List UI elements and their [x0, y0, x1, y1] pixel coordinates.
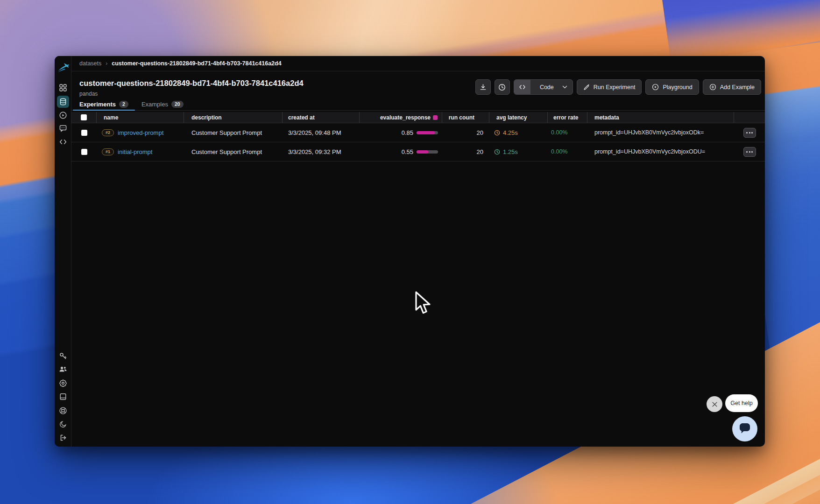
users-icon[interactable] — [59, 366, 67, 373]
version-badge: #1 — [102, 148, 114, 155]
table-header-row: name description created at evaluate_res… — [71, 112, 765, 123]
playground-button[interactable]: Playground — [645, 79, 699, 95]
select-all-checkbox-cell — [71, 112, 97, 123]
cell-evaluate-response: 0.55 — [360, 142, 442, 161]
col-evaluate-response-label: evaluate_response — [380, 114, 431, 121]
col-error-rate[interactable]: error rate — [548, 112, 587, 123]
cell-evaluate-response: 0.85 — [360, 123, 442, 142]
playground-label: Playground — [663, 84, 692, 91]
chat-bubble-icon — [737, 421, 753, 436]
col-run-count[interactable]: run count — [442, 112, 489, 123]
feedback-pink-icon — [433, 115, 438, 120]
chevron-down-icon — [562, 85, 573, 89]
version-badge: #2 — [102, 129, 114, 136]
pencil-icon — [583, 84, 590, 91]
app-window: datasets › customer-questions-21802849-b… — [55, 56, 765, 447]
tab-examples-count: 20 — [171, 101, 184, 108]
breadcrumb-current: customer-questions-21802849-bd71-4bf4-b7… — [112, 60, 281, 67]
breadcrumb-separator-icon: › — [106, 60, 107, 67]
code-dropdown-label: Code — [534, 84, 558, 91]
play-circle-icon — [652, 84, 659, 91]
settings-flower-icon[interactable] — [59, 379, 67, 387]
cell-run-count: 20 — [442, 123, 489, 142]
cell-metadata: prompt_id=UHJvbXB0VmVyc2lvbjoxODk= — [587, 123, 734, 142]
row-actions-button[interactable] — [743, 128, 756, 138]
logout-icon[interactable] — [59, 434, 67, 441]
datasets-database-icon[interactable] — [59, 98, 67, 105]
col-evaluate-response[interactable]: evaluate_response — [360, 112, 442, 123]
cell-created-at: 3/3/2025, 09:32 PM — [283, 142, 360, 161]
row-actions-button[interactable] — [743, 147, 756, 157]
latency-value: 4.25s — [503, 129, 518, 136]
header-actions: Code Run Experiment Playground — [475, 79, 761, 95]
experiment-link[interactable]: improved-prompt — [118, 129, 163, 136]
main-content: datasets › customer-questions-21802849-b… — [71, 56, 765, 447]
tab-examples[interactable]: Examples 20 — [135, 98, 190, 110]
code-brackets-icon — [514, 80, 530, 94]
cell-run-count: 20 — [442, 142, 489, 161]
dismiss-help-button[interactable] — [707, 396, 722, 412]
add-example-label: Add Example — [720, 84, 755, 91]
plus-circle-icon — [709, 84, 716, 91]
cell-error-rate: 0.00% — [548, 142, 587, 161]
table-row: #1initial-prompt Customer Support Prompt… — [71, 142, 765, 161]
sidebar — [55, 56, 71, 447]
col-avg-latency[interactable]: avg latency — [489, 112, 548, 123]
mouse-cursor — [415, 291, 431, 315]
history-button[interactable] — [495, 79, 510, 95]
page-subtitle: pandas — [79, 91, 98, 97]
runs-play-circle-icon[interactable] — [59, 112, 67, 119]
breadcrumb-datasets[interactable]: datasets — [79, 60, 101, 67]
cell-error-rate: 0.00% — [548, 123, 587, 142]
close-icon — [712, 401, 718, 407]
langsmith-logo-icon[interactable] — [57, 62, 70, 74]
experiment-link[interactable]: initial-prompt — [118, 148, 152, 155]
col-created-at[interactable]: created at — [283, 112, 360, 123]
tab-examples-label: Examples — [141, 101, 168, 108]
col-actions — [734, 112, 765, 123]
code-dropdown[interactable]: Code — [514, 79, 573, 95]
table-row: #2improved-prompt Customer Support Promp… — [71, 123, 765, 142]
apps-grid-icon[interactable] — [59, 84, 67, 92]
code-icon[interactable] — [59, 139, 67, 146]
run-experiment-button[interactable]: Run Experiment — [577, 79, 642, 95]
row-checkbox[interactable] — [81, 149, 87, 155]
tab-experiments-count: 2 — [119, 101, 128, 108]
row-checkbox[interactable] — [81, 130, 87, 136]
download-button[interactable] — [475, 79, 491, 95]
desktop: datasets › customer-questions-21802849-b… — [0, 0, 820, 504]
col-name[interactable]: name — [97, 112, 184, 123]
tab-bar: Experiments 2 Examples 20 — [71, 98, 765, 111]
support-lifebuoy-icon[interactable] — [59, 407, 67, 415]
dark-mode-moon-icon[interactable] — [59, 420, 67, 428]
evaluate-bar — [417, 131, 438, 134]
key-icon[interactable] — [59, 352, 67, 360]
latency-value: 1.25s — [503, 148, 518, 155]
col-description[interactable]: description — [184, 112, 283, 123]
col-metadata[interactable]: metadata — [587, 112, 734, 123]
annotations-chat-icon[interactable] — [59, 125, 67, 133]
tab-experiments-label: Experiments — [79, 101, 116, 108]
add-example-button[interactable]: Add Example — [703, 79, 761, 95]
chat-widget-button[interactable] — [732, 416, 757, 441]
cell-description: Customer Support Prompt — [184, 142, 283, 161]
evaluate-bar — [417, 150, 438, 154]
error-rate-value: 0.00% — [551, 129, 567, 136]
run-experiment-label: Run Experiment — [594, 84, 636, 91]
get-help-label: Get help — [730, 400, 752, 406]
evaluate-score: 0.85 — [402, 129, 413, 136]
metadata-value: prompt_id=UHJvbXB0VmVyc2lvbjoxODk= — [594, 129, 704, 136]
clock-icon — [498, 84, 506, 91]
select-all-checkbox[interactable] — [81, 114, 87, 120]
cell-avg-latency: 1.25s — [489, 142, 548, 161]
error-rate-value: 0.00% — [551, 148, 567, 155]
tab-experiments[interactable]: Experiments 2 — [73, 98, 135, 110]
get-help-button[interactable]: Get help — [725, 394, 758, 412]
breadcrumb: datasets › customer-questions-21802849-b… — [71, 56, 765, 71]
cell-created-at: 3/3/2025, 09:48 PM — [283, 123, 360, 142]
download-icon — [480, 84, 487, 91]
cell-description: Customer Support Prompt — [184, 123, 283, 142]
page-title: customer-questions-21802849-bd71-4bf4-b7… — [79, 79, 304, 88]
docs-book-icon[interactable] — [59, 393, 67, 400]
latency-clock-icon — [494, 130, 500, 136]
